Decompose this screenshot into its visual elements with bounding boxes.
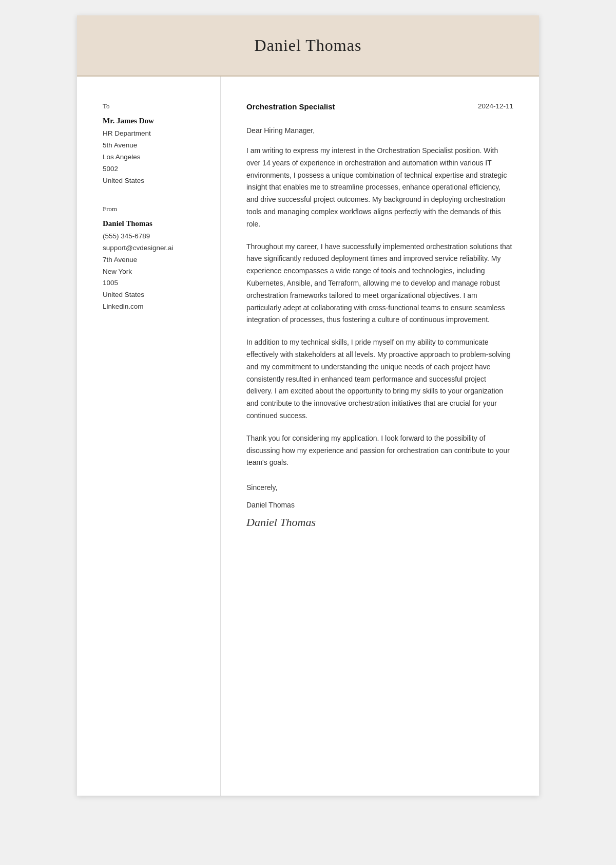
sender-name: Daniel Thomas [103,219,205,228]
to-label: To [103,102,205,110]
recipient-line4: 5002 [103,163,205,175]
left-column: To Mr. James Dow HR Department 5th Avenu… [77,77,221,796]
body-paragraph-2: Throughout my career, I have successfull… [246,241,513,327]
sender-phone: (555) 345-6789 [103,231,205,242]
header-name: Daniel Thomas [87,36,529,55]
main-content: To Mr. James Dow HR Department 5th Avenu… [77,77,539,796]
recipient-line3: Los Angeles [103,152,205,163]
body-paragraph-4: Thank you for considering my application… [246,432,513,469]
recipient-line2: 5th Avenue [103,140,205,152]
from-label: From [103,205,205,213]
cover-letter-page: Daniel Thomas To Mr. James Dow HR Depart… [77,15,539,796]
sender-linkedin: Linkedin.com [103,301,205,313]
letter-date: 2024-12-11 [478,102,513,110]
recipient-line5: United States [103,175,205,187]
sender-address-line4: United States [103,289,205,301]
closing-name: Daniel Thomas [246,499,513,512]
job-title: Orchestration Specialist [246,102,335,111]
right-header: Orchestration Specialist 2024-12-11 [246,102,513,111]
closing-word: Sincerely, [246,482,513,494]
header: Daniel Thomas [77,15,539,77]
closing-section: Sincerely, Daniel Thomas [246,482,513,512]
sender-details: (555) 345-6789 support@cvdesigner.ai 7th… [103,231,205,313]
sender-address-line1: 7th Avenue [103,254,205,266]
body-paragraph-1: I am writing to express my interest in t… [246,145,513,231]
salutation: Dear Hiring Manager, [246,126,513,135]
body-paragraph-3: In addition to my technical skills, I pr… [246,336,513,422]
sender-address-line2: New York [103,266,205,278]
recipient-line1: HR Department [103,128,205,140]
sender-address-line3: 1005 [103,277,205,289]
recipient-name: Mr. James Dow [103,117,205,125]
right-column: Orchestration Specialist 2024-12-11 Dear… [221,77,539,796]
sender-email: support@cvdesigner.ai [103,242,205,254]
from-section: From Daniel Thomas (555) 345-6789 suppor… [103,205,205,313]
to-section: To Mr. James Dow HR Department 5th Avenu… [103,102,205,187]
recipient-address: HR Department 5th Avenue Los Angeles 500… [103,128,205,187]
signature-script: Daniel Thomas [246,516,513,529]
